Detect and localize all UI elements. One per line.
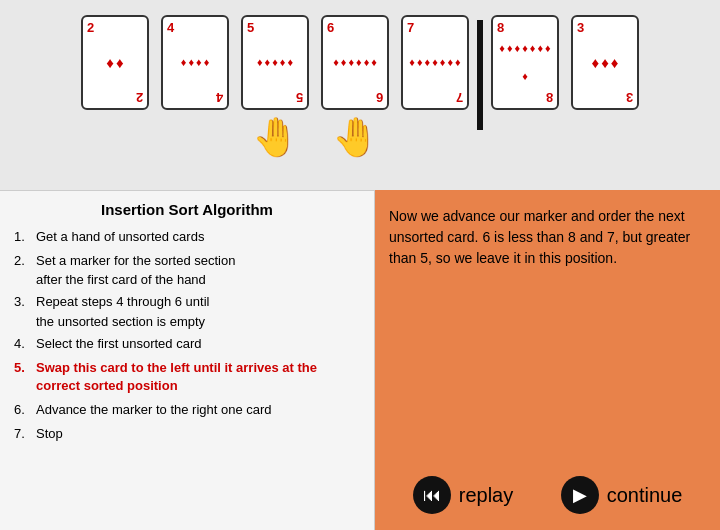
card-column-2: 2 ♦ ♦ 2 bbox=[81, 15, 149, 110]
card-rank-bottom: 7 bbox=[456, 91, 463, 104]
card-2: 2 ♦ ♦ 2 bbox=[81, 15, 149, 110]
card-rank-bottom: 2 bbox=[136, 91, 143, 104]
step-text-7: Stop bbox=[36, 425, 63, 443]
step-text-1: Get a hand of unsorted cards bbox=[36, 228, 204, 246]
card-pips: ♦ ♦ bbox=[87, 34, 143, 91]
continue-button[interactable]: ▶ continue bbox=[561, 476, 683, 514]
replay-icon: ⏮ bbox=[413, 476, 451, 514]
card-rank-bottom: 5 bbox=[296, 91, 303, 104]
card-column-3: 3 ♦ ♦ ♦ 3 bbox=[571, 15, 639, 110]
card-rank-top: 7 bbox=[407, 21, 463, 34]
algorithm-title: Insertion Sort Algorithm bbox=[14, 201, 360, 218]
card-area: 2 ♦ ♦ 2 4 ♦ ♦ ♦ ♦ 4 5 ♦ ♦ ♦ bbox=[0, 0, 720, 190]
card-rank-bottom: 3 bbox=[626, 91, 633, 104]
card-4: 4 ♦ ♦ ♦ ♦ 4 bbox=[161, 15, 229, 110]
step-7: 7. Stop bbox=[14, 425, 360, 443]
step-4: 4. Select the first unsorted card bbox=[14, 335, 360, 353]
card-rank-top: 2 bbox=[87, 21, 143, 34]
card-pips: ♦ ♦ ♦ bbox=[577, 34, 633, 91]
card-8: 8 ♦ ♦ ♦ ♦ ♦ ♦ ♦ ♦ 8 bbox=[491, 15, 559, 110]
step-num-2: 2. bbox=[14, 252, 36, 270]
step-num-6: 6. bbox=[14, 401, 36, 419]
step-3-indent: the unsorted section is empty bbox=[14, 314, 360, 329]
card-pips: ♦ ♦ ♦ ♦ ♦ ♦ ♦ ♦ bbox=[497, 34, 553, 91]
sort-marker bbox=[477, 20, 483, 130]
card-column-5: 5 ♦ ♦ ♦ ♦ ♦ 5 🤚 bbox=[241, 15, 309, 156]
replay-button[interactable]: ⏮ replay bbox=[413, 476, 513, 514]
left-panel: Insertion Sort Algorithm 1. Get a hand o… bbox=[0, 190, 375, 530]
card-pips: ♦ ♦ ♦ ♦ bbox=[167, 34, 223, 91]
card-rank-top: 5 bbox=[247, 21, 303, 34]
card-pips: ♦ ♦ ♦ ♦ ♦ bbox=[247, 34, 303, 91]
description-text: Now we advance our marker and order the … bbox=[389, 206, 706, 269]
card-rank-top: 6 bbox=[327, 21, 383, 34]
step-num-1: 1. bbox=[14, 228, 36, 246]
step-text-3: Repeat steps 4 through 6 until bbox=[36, 293, 209, 311]
card-column-6: 6 ♦ ♦ ♦ ♦ ♦ ♦ 6 🤚 bbox=[321, 15, 389, 156]
card-column-8: 8 ♦ ♦ ♦ ♦ ♦ ♦ ♦ ♦ 8 bbox=[491, 15, 559, 110]
card-6: 6 ♦ ♦ ♦ ♦ ♦ ♦ 6 bbox=[321, 15, 389, 110]
card-pips: ♦ ♦ ♦ ♦ ♦ ♦ ♦ bbox=[407, 34, 463, 91]
step-3-wrapper: 3. Repeat steps 4 through 6 until the un… bbox=[14, 293, 360, 328]
step-num-7: 7. bbox=[14, 425, 36, 443]
card-column-7: 7 ♦ ♦ ♦ ♦ ♦ ♦ ♦ 7 bbox=[401, 15, 469, 110]
card-rank-top: 3 bbox=[577, 21, 633, 34]
step-5-wrapper: 5. Swap this card to the left until it a… bbox=[14, 359, 360, 395]
step-2-indent: after the first card of the hand bbox=[14, 272, 360, 287]
bottom-section: Insertion Sort Algorithm 1. Get a hand o… bbox=[0, 190, 720, 530]
step-num-5: 5. bbox=[14, 359, 36, 395]
step-2: 2. Set a marker for the sorted section bbox=[14, 252, 360, 270]
card-rank-bottom: 8 bbox=[546, 91, 553, 104]
card-rank-bottom: 6 bbox=[376, 91, 383, 104]
step-6: 6. Advance the marker to the right one c… bbox=[14, 401, 360, 419]
right-panel: Now we advance our marker and order the … bbox=[375, 190, 720, 530]
card-rank-top: 8 bbox=[497, 21, 553, 34]
step-3: 3. Repeat steps 4 through 6 until bbox=[14, 293, 360, 311]
step-num-4: 4. bbox=[14, 335, 36, 353]
card-rank-top: 4 bbox=[167, 21, 223, 34]
continue-label: continue bbox=[607, 484, 683, 507]
hand-left-icon: 🤚 bbox=[252, 118, 299, 156]
card-7: 7 ♦ ♦ ♦ ♦ ♦ ♦ ♦ 7 bbox=[401, 15, 469, 110]
continue-icon: ▶ bbox=[561, 476, 599, 514]
card-5: 5 ♦ ♦ ♦ ♦ ♦ 5 bbox=[241, 15, 309, 110]
step-text-5: Swap this card to the left until it arri… bbox=[36, 359, 360, 395]
step-text-4: Select the first unsorted card bbox=[36, 335, 201, 353]
step-text-2: Set a marker for the sorted section bbox=[36, 252, 235, 270]
step-5: 5. Swap this card to the left until it a… bbox=[14, 359, 360, 395]
step-1: 1. Get a hand of unsorted cards bbox=[14, 228, 360, 246]
step-list: 1. Get a hand of unsorted cards 2. Set a… bbox=[14, 228, 360, 444]
step-text-6: Advance the marker to the right one card bbox=[36, 401, 272, 419]
card-rank-bottom: 4 bbox=[216, 91, 223, 104]
replay-label: replay bbox=[459, 484, 513, 507]
card-column-4: 4 ♦ ♦ ♦ ♦ 4 bbox=[161, 15, 229, 110]
hand-right-icon: 🤚 bbox=[332, 118, 379, 156]
card-3: 3 ♦ ♦ ♦ 3 bbox=[571, 15, 639, 110]
step-num-3: 3. bbox=[14, 293, 36, 311]
card-pips: ♦ ♦ ♦ ♦ ♦ ♦ bbox=[327, 34, 383, 91]
step-2-wrapper: 2. Set a marker for the sorted section a… bbox=[14, 252, 360, 287]
bottom-buttons: ⏮ replay ▶ continue bbox=[389, 476, 706, 514]
